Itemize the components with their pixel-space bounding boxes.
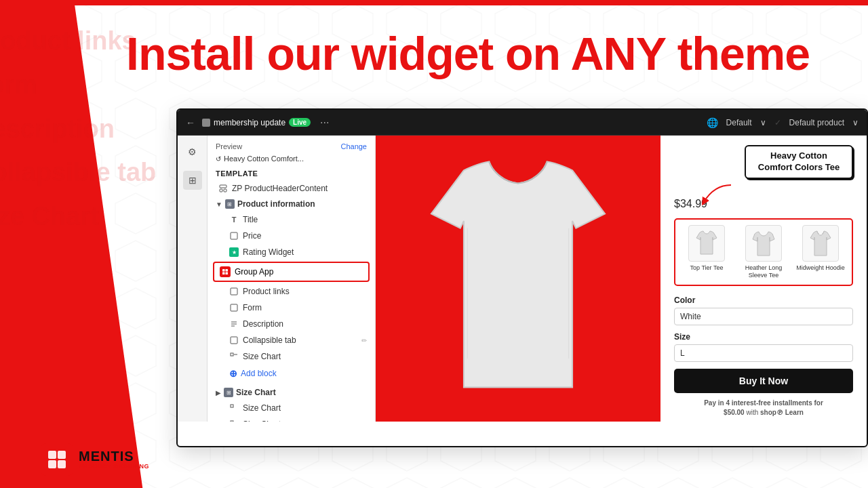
svg-rect-10 — [231, 288, 237, 295]
related-item-label-1: Top Tier Tee — [690, 264, 724, 272]
related-item-3[interactable]: Midweight Hoodie — [795, 225, 846, 279]
check-icon: ✓ — [774, 118, 781, 127]
add-block-button[interactable]: ⊕ Add block — [208, 365, 375, 382]
collapsible-icon — [229, 336, 239, 345]
template-item-zp[interactable]: ZP ProductHeaderContent — [208, 180, 375, 197]
edit-pencil-icon: ✏ — [361, 337, 367, 344]
section-icon: ⊞ — [225, 199, 235, 209]
template-item-rating[interactable]: ★ Rating Widget — [208, 244, 375, 260]
svg-rect-7 — [226, 269, 229, 272]
svg-rect-9 — [226, 272, 229, 275]
chevron-right-icon: ▶ — [216, 389, 221, 396]
plus-icon: ⊕ — [229, 368, 237, 379]
template-section-title: Template — [208, 165, 375, 180]
top-red-bar — [0, 0, 868, 5]
default-label: Default — [726, 118, 752, 127]
related-item-label-3: Midweight Hoodie — [796, 264, 845, 272]
store-name: membership update — [214, 118, 285, 127]
preview-label: Preview — [216, 142, 242, 150]
svg-rect-4 — [224, 189, 226, 192]
shop-pay-learn[interactable]: Learn — [785, 409, 804, 416]
related-item-1[interactable]: Top Tier Tee — [681, 225, 732, 279]
sidebar-icon-sections[interactable]: ⊞ — [183, 171, 202, 190]
color-select[interactable]: White — [674, 308, 853, 325]
product-information-label: Product information — [237, 199, 315, 209]
group-app-item[interactable]: Group App — [213, 262, 370, 282]
svg-rect-15 — [231, 337, 237, 344]
related-products: Top Tier Tee Heather Long Sleeve Tee — [674, 218, 853, 286]
logo-text: MENTIS PRODUCT GROUPING — [79, 449, 149, 470]
product-information-header[interactable]: ▼ ⊞ Product information — [208, 197, 375, 211]
editor-content: ⚙ ⊞ Preview Change ↺ Heavy Cotton Comfor… — [178, 136, 867, 422]
template-item-product-links[interactable]: Product links — [208, 283, 375, 300]
size-chart-section: ▶ ⊞ Size Chart Size Chart — [208, 385, 375, 422]
related-item-label-2: Heather Long Sleeve Tee — [738, 264, 789, 279]
rating-icon: ★ — [229, 247, 239, 257]
logo-sub-text: PRODUCT GROUPING — [79, 463, 149, 470]
product-image-area — [376, 136, 660, 422]
product-links-icon — [229, 287, 239, 296]
svg-rect-11 — [231, 304, 237, 311]
template-item-form[interactable]: Form — [208, 300, 375, 316]
live-badge: Live — [289, 118, 311, 127]
annotation-title: Heavy Cotton — [753, 150, 845, 162]
svg-rect-2 — [220, 185, 226, 188]
buy-it-now-button[interactable]: Buy It Now — [674, 369, 853, 393]
tshirt-image — [410, 156, 627, 402]
template-item-collapsible[interactable]: Collapsible tab ✏ — [208, 332, 375, 348]
svg-rect-6 — [222, 269, 225, 272]
dots-menu[interactable]: ··· — [320, 117, 329, 129]
sidebar-icons: ⚙ ⊞ — [178, 136, 208, 422]
annotation-box: Heavy Cotton Comfort Colors Tee — [745, 145, 853, 179]
size-label: Size — [674, 332, 853, 342]
svg-rect-5 — [231, 232, 237, 239]
sidebar-icon-settings[interactable]: ⚙ — [183, 142, 202, 161]
template-item-size-chart-1[interactable]: Size Chart — [208, 400, 375, 416]
bottom-logo: MENTIS PRODUCT GROUPING — [41, 443, 149, 476]
svg-rect-18 — [231, 405, 233, 407]
logo-icon — [41, 443, 73, 476]
svg-rect-19 — [231, 421, 233, 422]
layout-icon — [218, 184, 228, 193]
group-app-label: Group App — [235, 267, 273, 277]
svg-rect-3 — [220, 189, 222, 192]
product-details: Heavy Cotton Comfort Colors Tee $34.99 — [660, 136, 867, 422]
related-item-2[interactable]: Heather Long Sleeve Tee — [738, 225, 789, 279]
template-panel: Preview Change ↺ Heavy Cotton Comfort...… — [208, 136, 376, 422]
group-app-icon — [220, 266, 231, 277]
product-page: Heavy Cotton Comfort Colors Tee $34.99 — [376, 136, 867, 422]
related-item-img-1 — [688, 225, 725, 262]
svg-rect-21 — [48, 451, 56, 459]
shop-pay-service: shop℗ — [760, 409, 783, 416]
annotation-subtitle: Comfort Colors Tee — [753, 162, 845, 174]
preview-area: Heavy Cotton Comfort Colors Tee $34.99 — [376, 136, 867, 422]
panel-preview-header: Preview Change — [208, 136, 375, 155]
size-chart-section-header[interactable]: ▶ ⊞ Size Chart — [208, 385, 375, 400]
globe-icon: 🌐 — [707, 117, 718, 128]
store-badge: membership update Live — [202, 118, 311, 127]
svg-rect-23 — [48, 460, 56, 468]
template-item-description[interactable]: Description — [208, 316, 375, 332]
template-item-size-chart[interactable]: Size Chart — [208, 348, 375, 365]
default-product-label: Default product — [789, 118, 844, 127]
shop-pay-text: Pay in 4 interest-free installments for … — [674, 399, 853, 418]
back-arrow-icon[interactable]: ← — [186, 117, 195, 128]
browser-mockup: ← membership update Live ··· 🌐 Default ∨… — [176, 108, 868, 447]
svg-rect-22 — [58, 451, 66, 459]
template-item-size-chart-2[interactable]: Size Chart — [208, 416, 375, 422]
form-icon — [229, 303, 239, 312]
change-button[interactable]: Change — [340, 142, 367, 150]
template-item-price[interactable]: Price — [208, 228, 375, 244]
related-item-img-3 — [802, 225, 839, 262]
size-select[interactable]: L — [674, 344, 853, 362]
logo-main-text: MENTIS — [79, 449, 149, 463]
chevron-product: ∨ — [852, 118, 859, 127]
size-chart-1-icon — [229, 403, 239, 413]
color-label: Color — [674, 296, 853, 305]
shop-pay-amount: $50.00 — [724, 409, 745, 416]
chevron-globe: ∨ — [760, 118, 766, 127]
annotation-arrow-svg — [694, 182, 734, 209]
template-item-title[interactable]: T Title — [208, 211, 375, 228]
related-item-img-2 — [745, 225, 782, 262]
chevron-down-icon: ▼ — [216, 201, 222, 208]
